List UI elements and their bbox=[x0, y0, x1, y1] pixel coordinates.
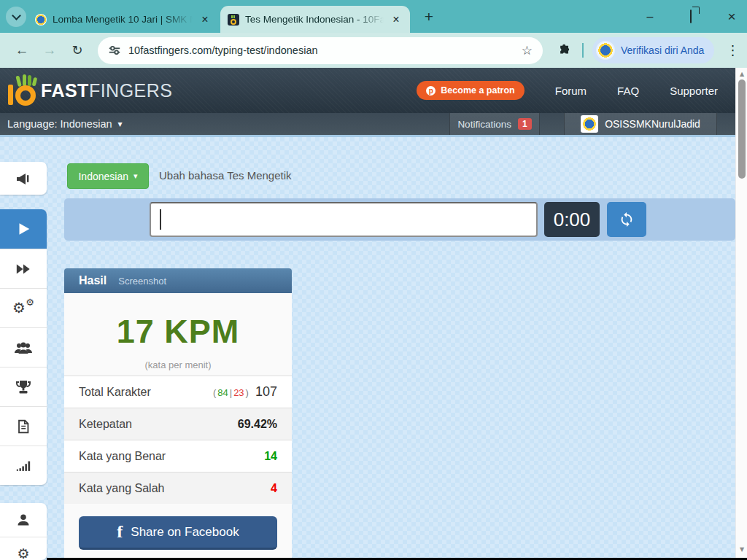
window-controls: – × bbox=[642, 0, 740, 33]
sidebar-group-announcement bbox=[0, 162, 47, 195]
language-dropdown-label: Indonesian bbox=[78, 171, 128, 182]
stat-row-kata-salah: Kata yang Salah 4 bbox=[64, 472, 292, 504]
correct-words-value: 14 bbox=[264, 450, 277, 463]
sidebar-item-advanced-test[interactable] bbox=[0, 249, 47, 288]
chevron-down-icon bbox=[12, 11, 21, 20]
stat-row-kata-benar: Kata yang Benar 14 bbox=[64, 440, 292, 472]
change-language-text: Ubah bahasa Tes Mengetik bbox=[159, 169, 292, 182]
megaphone-icon bbox=[15, 170, 32, 187]
extensions-icon[interactable] bbox=[557, 43, 572, 58]
sidebar-item-text-practice[interactable] bbox=[0, 406, 47, 446]
back-icon[interactable]: ← bbox=[13, 42, 31, 58]
stat-label: Total Karakter bbox=[79, 386, 151, 399]
sidebar-item-settings[interactable]: ⚙ bbox=[0, 537, 47, 560]
stat-label: Ketepatan bbox=[79, 418, 132, 431]
sidebar-item-statistics[interactable] bbox=[0, 446, 47, 485]
results-panel: Hasil Screenshot 17 KPM (kata per menit)… bbox=[64, 268, 292, 560]
patreon-icon: p bbox=[426, 86, 436, 96]
become-patron-button[interactable]: p Become a patron bbox=[417, 81, 524, 100]
new-tab-button[interactable]: + bbox=[419, 7, 438, 26]
toolbar-divider bbox=[582, 43, 584, 58]
stat-label: Kata yang Benar bbox=[79, 450, 166, 463]
tab-screenshot[interactable]: Screenshot bbox=[118, 276, 166, 287]
patron-label: Become a patron bbox=[441, 85, 514, 96]
tab-tes-mengetik-active[interactable]: Tes Mengetik Indonesian - 10Fa × bbox=[220, 6, 410, 33]
nav-forum[interactable]: Forum bbox=[555, 85, 587, 97]
minimize-icon[interactable]: – bbox=[642, 10, 658, 23]
profile-label: Verifikasi diri Anda bbox=[621, 44, 704, 56]
refresh-icon bbox=[619, 211, 635, 228]
typing-input[interactable] bbox=[150, 202, 538, 237]
close-tab-icon[interactable]: × bbox=[198, 13, 212, 26]
sidebar-item-multiplayer[interactable] bbox=[0, 327, 47, 367]
tab-hasil[interactable]: Hasil bbox=[79, 274, 107, 287]
tab-lomba-mengetik[interactable]: Lomba Mengetik 10 Jari | SMK N × bbox=[28, 6, 219, 33]
language-label: Language: Indonesian bbox=[7, 118, 112, 130]
logo-fingers: FINGERS bbox=[89, 80, 173, 101]
language-bar: Language: Indonesian ▾ Notifications 1 O… bbox=[0, 113, 747, 137]
scrollbar-thumb[interactable] bbox=[738, 79, 746, 179]
address-bar[interactable]: 10fastfingers.com/typing-test/indonesian… bbox=[98, 37, 543, 64]
stat-row-ketepatan: Ketepatan 69.42% bbox=[64, 408, 292, 440]
typing-input-band: 0:00 bbox=[64, 198, 735, 241]
gears-icon: ⚙ ⚙ bbox=[12, 299, 34, 318]
username: OSISSMKNurulJadid bbox=[605, 118, 700, 130]
bookmark-star-icon[interactable]: ☆ bbox=[522, 43, 533, 58]
user-avatar bbox=[581, 115, 598, 133]
language-dropdown-button[interactable]: Indonesian ▾ bbox=[67, 163, 149, 189]
results-panel-body: 17 KPM (kata per menit) Total Karakter (… bbox=[64, 293, 292, 560]
profile-chip[interactable]: Verifikasi diri Anda bbox=[592, 37, 714, 63]
tab-search-button[interactable] bbox=[6, 7, 26, 27]
sidebar-group-account: ⚙ bbox=[0, 503, 47, 560]
nav-supporter[interactable]: Supporter bbox=[670, 85, 718, 97]
tab-title: Tes Mengetik Indonesian - 10Fa bbox=[245, 14, 384, 25]
scroll-down-icon[interactable]: ▼ bbox=[736, 546, 747, 553]
sidebar-item-typing-test[interactable] bbox=[0, 209, 47, 249]
sidebar-item-custom-test[interactable]: ⚙ ⚙ bbox=[0, 288, 47, 327]
document-icon bbox=[15, 418, 31, 435]
timer-display: 0:00 bbox=[544, 202, 600, 237]
sidebar-group-main: ⚙ ⚙ bbox=[0, 209, 47, 485]
user-menu[interactable]: OSISSMKNurulJadid bbox=[564, 113, 717, 135]
logo-fast: FAST bbox=[41, 80, 89, 101]
restore-icon[interactable] bbox=[683, 10, 699, 23]
nav-faq[interactable]: FAQ bbox=[617, 85, 639, 97]
users-icon bbox=[14, 339, 33, 357]
profile-avatar bbox=[596, 41, 615, 60]
caret-down-icon: ▾ bbox=[118, 119, 123, 129]
10fastfingers-favicon-icon bbox=[228, 14, 239, 26]
wrong-keystrokes: 23 bbox=[233, 387, 244, 398]
facebook-icon: f bbox=[117, 522, 123, 542]
caret-down-icon: ▾ bbox=[133, 171, 138, 181]
notifications-button[interactable]: Notifications 1 bbox=[449, 113, 540, 135]
school-logo-icon bbox=[35, 14, 47, 26]
share-facebook-button[interactable]: f Share on Facebook bbox=[79, 516, 277, 550]
forward-icon[interactable]: → bbox=[41, 42, 58, 58]
accuracy-value: 69.42% bbox=[238, 418, 277, 431]
site-settings-icon[interactable] bbox=[108, 44, 121, 57]
10fastfingers-logo[interactable]: FASTFINGERS bbox=[6, 73, 173, 108]
browser-menu-icon[interactable]: ⋮ bbox=[726, 42, 738, 58]
sidebar-item-announcements[interactable] bbox=[0, 162, 47, 195]
language-selector[interactable]: Language: Indonesian ▾ bbox=[7, 118, 123, 130]
user-icon bbox=[16, 513, 31, 527]
url-text[interactable]: 10fastfingers.com/typing-test/indonesian bbox=[128, 44, 522, 56]
kpm-block: 17 KPM (kata per menit) bbox=[64, 293, 292, 376]
sidebar-item-profile[interactable] bbox=[0, 503, 47, 537]
logo-hand-icon bbox=[6, 73, 39, 108]
correct-keystrokes: 84 bbox=[217, 387, 228, 398]
sidebar-item-competitions[interactable] bbox=[0, 367, 47, 406]
close-tab-icon[interactable]: × bbox=[390, 13, 403, 26]
fast-forward-icon bbox=[15, 261, 32, 277]
share-facebook-label: Share on Facebook bbox=[131, 525, 239, 540]
restore-glyph bbox=[690, 9, 692, 23]
notifications-label: Notifications bbox=[457, 119, 511, 130]
reload-icon[interactable]: ↻ bbox=[69, 42, 86, 58]
scroll-up-icon[interactable]: ▲ bbox=[736, 71, 747, 77]
page-content: ⚙ ⚙ bbox=[0, 137, 747, 560]
restart-test-button[interactable] bbox=[607, 202, 646, 237]
trophy-icon bbox=[15, 378, 32, 396]
page-scrollbar[interactable]: ▲ ▼ bbox=[735, 68, 747, 560]
close-window-icon[interactable]: × bbox=[724, 9, 740, 25]
browser-window: Lomba Mengetik 10 Jari | SMK N × Tes Men… bbox=[0, 0, 747, 560]
